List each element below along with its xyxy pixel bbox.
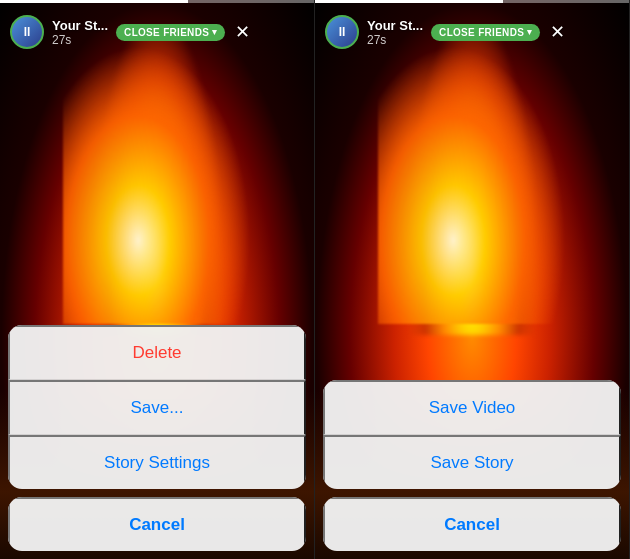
save-story-button[interactable]: Save Story xyxy=(323,435,621,489)
user-info-right: Your St... 27s xyxy=(367,18,423,47)
close-button-right[interactable]: ✕ xyxy=(550,21,565,43)
story-header: II Your St... 27s CLOSE FRIENDS ✕ xyxy=(0,0,314,57)
delete-button[interactable]: Delete xyxy=(8,325,306,380)
cancel-button-right[interactable]: Cancel xyxy=(323,497,621,551)
avatar-right: II xyxy=(325,15,359,49)
save-button[interactable]: Save... xyxy=(8,380,306,435)
cancel-group-right: Cancel xyxy=(323,497,621,551)
action-group-right: Save Video Save Story xyxy=(323,380,621,489)
save-video-button[interactable]: Save Video xyxy=(323,380,621,435)
cancel-group-left: Cancel xyxy=(8,497,306,551)
action-sheet-left: Delete Save... Story Settings Cancel xyxy=(0,325,314,559)
story-settings-button[interactable]: Story Settings xyxy=(8,435,306,489)
user-info: Your St... 27s xyxy=(52,18,108,47)
story-header-right: II Your St... 27s CLOSE FRIENDS ✕ xyxy=(315,0,629,57)
left-panel: II Your St... 27s CLOSE FRIENDS ✕ Delete… xyxy=(0,0,315,559)
action-sheet-right: Save Video Save Story Cancel xyxy=(315,380,629,559)
flame-detail-right xyxy=(378,45,566,325)
cancel-button-left[interactable]: Cancel xyxy=(8,497,306,551)
username: Your St... xyxy=(52,18,108,33)
avatar: II xyxy=(10,15,44,49)
close-button-left[interactable]: ✕ xyxy=(235,21,250,43)
flame-detail xyxy=(63,45,251,325)
action-group-left: Delete Save... Story Settings xyxy=(8,325,306,489)
username-right: Your St... xyxy=(367,18,423,33)
story-time-right: 27s xyxy=(367,33,423,47)
right-panel: II Your St... 27s CLOSE FRIENDS ✕ Save V… xyxy=(315,0,630,559)
close-friends-badge-left[interactable]: CLOSE FRIENDS xyxy=(116,24,225,41)
story-time: 27s xyxy=(52,33,108,47)
close-friends-badge-right[interactable]: CLOSE FRIENDS xyxy=(431,24,540,41)
